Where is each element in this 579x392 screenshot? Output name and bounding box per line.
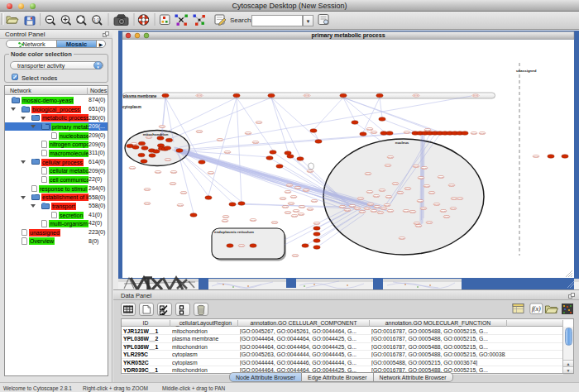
svg-text:GO-trm: GO-trm bbox=[416, 225, 422, 227]
svg-text:GO-trm: GO-trm bbox=[393, 183, 399, 184]
svg-text:GO-trm: GO-trm bbox=[223, 216, 229, 218]
svg-text:GO-trm: GO-trm bbox=[208, 172, 214, 174]
svg-text:GO-trm: GO-trm bbox=[295, 187, 301, 189]
svg-text:nucleus: nucleus bbox=[395, 141, 409, 145]
svg-text:GO-trm: GO-trm bbox=[449, 184, 455, 186]
svg-text:GO-trm: GO-trm bbox=[239, 245, 245, 246]
svg-text:GO-trm: GO-trm bbox=[314, 222, 320, 224]
svg-text:GO-trm: GO-trm bbox=[308, 170, 313, 172]
svg-text:GO-trm: GO-trm bbox=[197, 131, 203, 132]
svg-text:GO-trm: GO-trm bbox=[418, 200, 423, 202]
svg-text:GO-trm: GO-trm bbox=[366, 173, 371, 174]
svg-text:GO-trm: GO-trm bbox=[419, 177, 424, 179]
svg-text:GO-trm: GO-trm bbox=[287, 184, 293, 186]
svg-text:GO-trm: GO-trm bbox=[452, 198, 457, 199]
svg-text:GO-trm: GO-trm bbox=[358, 198, 364, 199]
svg-text:GO-trm: GO-trm bbox=[438, 176, 444, 178]
svg-text:GO-trm: GO-trm bbox=[375, 206, 380, 208]
svg-text:GO-trm: GO-trm bbox=[345, 209, 351, 211]
svg-text:GO-trm: GO-trm bbox=[292, 215, 298, 217]
svg-text:GO-trm: GO-trm bbox=[178, 204, 184, 206]
svg-text:GO-trm: GO-trm bbox=[534, 155, 539, 157]
svg-text:GO-trm: GO-trm bbox=[371, 210, 377, 212]
svg-text:GO-trm: GO-trm bbox=[285, 191, 291, 193]
svg-text:GO-trm: GO-trm bbox=[367, 191, 373, 193]
svg-text:GO-trm: GO-trm bbox=[355, 208, 361, 209]
svg-text:GO-trm: GO-trm bbox=[404, 210, 409, 212]
svg-text:GO-trm: GO-trm bbox=[451, 208, 457, 209]
svg-text:GO-trm: GO-trm bbox=[368, 203, 374, 205]
svg-text:plasma membrane: plasma membrane bbox=[123, 94, 157, 98]
svg-text:GO-trm: GO-trm bbox=[156, 171, 161, 173]
svg-text:GO-trm: GO-trm bbox=[299, 213, 304, 215]
svg-text:GO-trm: GO-trm bbox=[386, 196, 392, 198]
svg-text:GO-trm: GO-trm bbox=[272, 222, 278, 223]
svg-text:GO-trm: GO-trm bbox=[367, 128, 373, 130]
svg-text:GO-trm: GO-trm bbox=[381, 208, 387, 209]
svg-text:GO-trm: GO-trm bbox=[444, 216, 450, 218]
svg-text:GO-trm: GO-trm bbox=[424, 185, 430, 187]
svg-text:GO-trm: GO-trm bbox=[365, 208, 371, 209]
svg-text:GO-trm: GO-trm bbox=[422, 167, 428, 169]
svg-text:GO-trm: GO-trm bbox=[218, 139, 223, 141]
svg-text:mitochondrion: mitochondrion bbox=[143, 132, 169, 136]
svg-text:GO-trm: GO-trm bbox=[246, 132, 251, 134]
svg-text:GO-trm: GO-trm bbox=[223, 220, 228, 222]
svg-text:GO-trm: GO-trm bbox=[340, 206, 346, 208]
svg-text:GO-trm: GO-trm bbox=[253, 141, 259, 143]
svg-text:GO-trm: GO-trm bbox=[385, 204, 390, 206]
svg-text:GO-trm: GO-trm bbox=[312, 200, 318, 202]
svg-text:GO-trm: GO-trm bbox=[398, 192, 404, 194]
svg-text:GO-trm: GO-trm bbox=[410, 211, 416, 213]
svg-text:GO-trm: GO-trm bbox=[385, 165, 391, 166]
svg-text:GO-trm: GO-trm bbox=[294, 210, 299, 212]
svg-text:GO-trm: GO-trm bbox=[404, 131, 410, 133]
svg-text:GO-trm: GO-trm bbox=[299, 206, 305, 208]
svg-text:GO-trm: GO-trm bbox=[285, 212, 291, 213]
svg-text:GO-trm: GO-trm bbox=[480, 132, 486, 134]
svg-text:GO-trm: GO-trm bbox=[350, 205, 356, 207]
svg-text:cytoplasm: cytoplasm bbox=[122, 105, 141, 109]
svg-text:GO-trm: GO-trm bbox=[457, 198, 463, 199]
svg-text:GO-trm: GO-trm bbox=[251, 219, 256, 221]
svg-text:GO-trm: GO-trm bbox=[425, 129, 431, 131]
svg-text:GO-trm: GO-trm bbox=[400, 237, 405, 239]
svg-text:primary metabolic process: primary metabolic process bbox=[311, 32, 385, 39]
svg-text:GO-trm: GO-trm bbox=[360, 211, 366, 213]
svg-text:GO-trm: GO-trm bbox=[434, 203, 440, 205]
svg-text:GO-trm: GO-trm bbox=[421, 208, 427, 209]
svg-text:GO-trm: GO-trm bbox=[441, 210, 447, 212]
svg-text:GO-trm: GO-trm bbox=[293, 255, 299, 256]
svg-text:GO-trm: GO-trm bbox=[304, 189, 309, 191]
svg-text:GO-trm: GO-trm bbox=[427, 222, 433, 223]
svg-text:GO-trm: GO-trm bbox=[256, 122, 262, 123]
svg-text:GO-trm: GO-trm bbox=[280, 198, 286, 199]
svg-text:GO-trm: GO-trm bbox=[308, 208, 313, 210]
svg-text:GO-trm: GO-trm bbox=[170, 183, 176, 184]
svg-text:endoplasmic reticulum: endoplasmic reticulum bbox=[214, 230, 254, 234]
svg-text:GO-trm: GO-trm bbox=[388, 156, 394, 158]
svg-text:GO-trm: GO-trm bbox=[414, 94, 419, 96]
svg-text:GO-trm: GO-trm bbox=[165, 159, 171, 160]
svg-text:GO-trm: GO-trm bbox=[171, 171, 177, 173]
svg-text:GO-trm: GO-trm bbox=[471, 132, 477, 134]
svg-text:GO-trm: GO-trm bbox=[414, 165, 419, 167]
svg-text:GO-trm: GO-trm bbox=[145, 203, 151, 204]
svg-text:GO-trm: GO-trm bbox=[378, 212, 384, 213]
svg-text:GO-trm: GO-trm bbox=[225, 151, 231, 153]
svg-text:GO-trm: GO-trm bbox=[289, 203, 294, 204]
svg-text:GO-trm: GO-trm bbox=[414, 222, 420, 224]
svg-text:GO-trm: GO-trm bbox=[380, 189, 385, 191]
svg-text:GO-trm: GO-trm bbox=[146, 136, 152, 138]
svg-text:GO-trm: GO-trm bbox=[371, 131, 377, 133]
svg-text:1:1: 1:1 bbox=[93, 17, 99, 22]
svg-text:GO-trm: GO-trm bbox=[145, 189, 151, 190]
svg-text:GO-trm: GO-trm bbox=[160, 126, 165, 127]
svg-text:GO-trm: GO-trm bbox=[283, 206, 289, 208]
svg-text:f(x): f(x) bbox=[532, 305, 541, 313]
svg-text:GO-trm: GO-trm bbox=[197, 94, 203, 96]
svg-text:GO-trm: GO-trm bbox=[405, 188, 411, 189]
svg-text:GO-trm: GO-trm bbox=[132, 143, 137, 145]
svg-text:unassigned: unassigned bbox=[516, 69, 537, 73]
svg-text:GO-trm: GO-trm bbox=[181, 192, 187, 194]
